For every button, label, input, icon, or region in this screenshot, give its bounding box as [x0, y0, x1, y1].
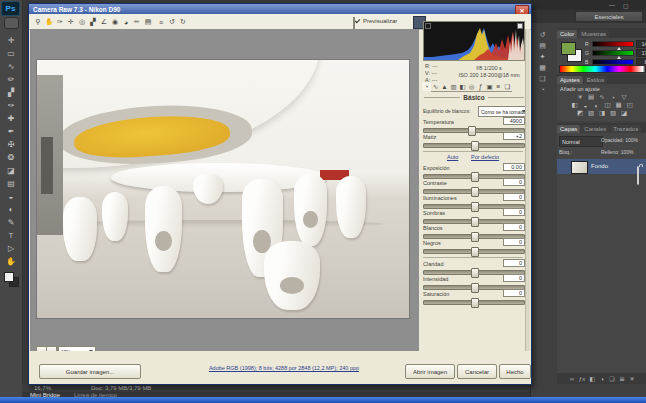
cr-tab-split-toning-icon[interactable]: ◧ — [458, 82, 467, 92]
blend-mode-select[interactable]: Normal — [559, 136, 603, 147]
new-adjustment-icon[interactable]: ◑ — [597, 375, 607, 383]
clone-stamp-tool-icon[interactable]: ✠ — [3, 138, 19, 150]
tab-styles[interactable]: Estilos — [584, 76, 608, 84]
cr-rotate-left-icon[interactable]: ↺ — [167, 17, 177, 27]
exposure-icon[interactable]: ◔ — [608, 93, 619, 101]
status-doc-size[interactable]: Doc: 3,79 MB/3,79 MB — [91, 385, 151, 391]
clone-source-panel-icon[interactable]: ◔ — [535, 85, 550, 94]
hue-saturation-icon[interactable]: ◧ — [569, 101, 580, 109]
cr-red-eye-tool-icon[interactable]: ◕ — [121, 17, 131, 27]
layer-name[interactable]: Fondo — [591, 163, 608, 169]
green-channel-slider[interactable] — [592, 50, 634, 56]
cancel-button[interactable]: Cancelar — [457, 364, 497, 379]
clarity-value[interactable]: 0 — [503, 259, 525, 267]
open-image-button[interactable]: Abrir imagen — [405, 364, 455, 379]
highlight-clipping-icon[interactable] — [517, 23, 523, 29]
invert-icon[interactable]: ◩ — [575, 109, 586, 117]
cr-tab-tone-curve-icon[interactable]: ∿ — [431, 82, 440, 92]
healing-brush-tool-icon[interactable]: ✚ — [3, 112, 19, 124]
red-channel-slider[interactable] — [592, 41, 634, 47]
color-lookup-icon[interactable]: ◰ — [624, 101, 635, 109]
brightness-contrast-icon[interactable]: ☀ — [575, 93, 586, 101]
layer-row-background[interactable]: Fondo — [557, 159, 646, 174]
workspace-switcher[interactable]: Esenciales — [575, 11, 643, 22]
threshold-icon[interactable]: ◨ — [597, 109, 608, 117]
hand-tool-icon[interactable]: ✋ — [3, 255, 19, 267]
new-group-icon[interactable]: ❏ — [607, 375, 617, 383]
cr-tab-presets-icon[interactable]: ≡ — [494, 82, 503, 92]
tab-paths[interactable]: Trazados — [610, 125, 641, 133]
link-layers-icon[interactable]: ∞ — [567, 375, 577, 383]
cr-zoom-tool-icon[interactable]: ⚲ — [33, 17, 43, 27]
tab-channels[interactable]: Canales — [581, 125, 609, 133]
gradient-map-icon[interactable]: ◪ — [619, 109, 630, 117]
selective-color-icon[interactable]: ▨ — [608, 109, 619, 117]
contrast-value[interactable]: 0 — [503, 178, 525, 186]
tint-value[interactable]: +2 — [503, 132, 525, 140]
tab-color[interactable]: Color — [557, 30, 577, 38]
layer-thumbnail[interactable] — [571, 161, 588, 174]
info-panel-icon[interactable]: ✦ — [535, 52, 550, 61]
cr-hand-tool-icon[interactable]: ✋ — [44, 17, 54, 27]
quick-selection-tool-icon[interactable]: ✏ — [3, 73, 19, 85]
black-white-icon[interactable]: ◐ — [591, 101, 602, 109]
vibrance-icon[interactable]: ▽ — [619, 93, 630, 101]
cr-preferences-icon[interactable]: ≡ — [156, 17, 166, 27]
done-button[interactable]: Hecho — [499, 364, 531, 379]
eraser-tool-icon[interactable]: ◪ — [3, 164, 19, 176]
shadow-clipping-icon[interactable] — [425, 23, 431, 29]
cr-spot-removal-tool-icon[interactable]: ◉ — [110, 17, 120, 27]
temperature-value[interactable]: 4900 — [503, 117, 525, 125]
mini-bridge-app-icon[interactable] — [4, 17, 19, 29]
eyedropper-tool-icon[interactable]: ✑ — [3, 99, 19, 111]
shadows-value[interactable]: 0 — [503, 208, 525, 216]
tab-swatches[interactable]: Muestras — [578, 30, 609, 38]
lasso-tool-icon[interactable]: ∿ — [3, 60, 19, 72]
highlights-value[interactable]: 0 — [503, 193, 525, 201]
history-panel-icon[interactable]: ↺ — [535, 30, 550, 39]
cr-tab-lens-corrections-icon[interactable]: ◎ — [467, 82, 476, 92]
cr-crop-tool-icon[interactable]: ▞ — [88, 17, 98, 27]
tab-layers[interactable]: Capas — [557, 125, 580, 133]
layer-style-icon[interactable]: ƒx — [577, 375, 587, 383]
panel-scrollbar[interactable] — [525, 29, 530, 351]
maximize-icon[interactable]: ▢ — [623, 2, 629, 9]
histogram[interactable] — [423, 21, 525, 61]
photo-filter-icon[interactable]: ◫ — [602, 101, 613, 109]
workflow-options-link[interactable]: Adobe RGB (1998); 8 bits; 4288 por 2848 … — [139, 365, 429, 371]
brush-presets-panel-icon[interactable]: ❏ — [535, 74, 550, 83]
cr-rotate-right-icon[interactable]: ↻ — [178, 17, 188, 27]
add-mask-icon[interactable]: ◧ — [587, 375, 597, 383]
blacks-value[interactable]: 0 — [503, 238, 525, 246]
auto-link[interactable]: Auto — [447, 154, 458, 160]
cr-white-balance-tool-icon[interactable]: ✑ — [55, 17, 65, 27]
exposure-value[interactable]: 0,00 — [503, 163, 525, 171]
cr-straighten-tool-icon[interactable]: ∠ — [99, 17, 109, 27]
delete-layer-icon[interactable]: ✕ — [627, 375, 637, 383]
whites-value[interactable]: 0 — [503, 223, 525, 231]
channel-mixer-icon[interactable]: ▦ — [613, 101, 624, 109]
curves-icon[interactable]: ∿ — [597, 93, 608, 101]
properties-panel-icon[interactable]: ▤ — [535, 41, 550, 50]
vibrance-value[interactable]: 0 — [503, 274, 525, 282]
cr-adjustment-brush-tool-icon[interactable]: ✏ — [132, 17, 142, 27]
foreground-color-swatch[interactable] — [4, 272, 14, 282]
pen-tool-icon[interactable]: ✎ — [3, 216, 19, 228]
blacks-slider[interactable] — [423, 249, 525, 254]
foreground-color-swatch[interactable] — [561, 42, 576, 55]
actions-panel-icon[interactable]: ▦ — [535, 63, 550, 72]
cr-tab-hsl-icon[interactable]: ▥ — [449, 82, 458, 92]
minimize-icon[interactable]: — — [609, 2, 615, 8]
brush-tool-icon[interactable]: ✒ — [3, 125, 19, 137]
status-zoom-level[interactable]: 16,7% — [34, 385, 51, 391]
tab-adjustments[interactable]: Ajustes — [557, 76, 583, 84]
color-spectrum-ramp[interactable] — [559, 65, 646, 73]
saturation-slider[interactable] — [423, 300, 525, 305]
blur-tool-icon[interactable]: ◒ — [3, 190, 19, 202]
history-brush-tool-icon[interactable]: ❂ — [3, 151, 19, 163]
cr-targeted-adjustment-tool-icon[interactable]: ◎ — [77, 17, 87, 27]
gradient-tool-icon[interactable]: ▤ — [3, 177, 19, 189]
photo-canvas[interactable] — [37, 60, 409, 318]
posterize-icon[interactable]: ▧ — [586, 109, 597, 117]
cr-tab-camera-calibration-icon[interactable]: ▣ — [485, 82, 494, 92]
